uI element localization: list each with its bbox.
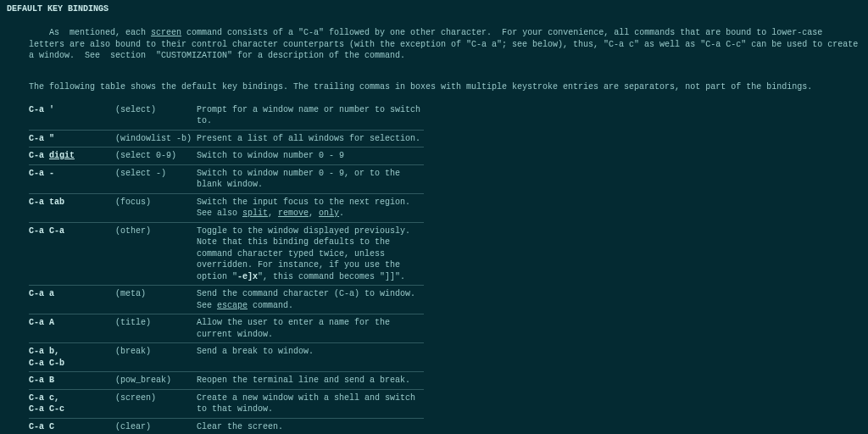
keybinding-command: (clear) bbox=[115, 418, 197, 434]
keybinding-description: Switch to window number 0 - 9, or to the… bbox=[197, 164, 424, 193]
keybinding-keys: C-a C-a bbox=[29, 222, 115, 286]
keybinding-command: (select -) bbox=[115, 164, 197, 193]
keybinding-command: (title) bbox=[115, 314, 197, 343]
keybinding-description: Reopen the terminal line and send a brea… bbox=[197, 372, 424, 390]
keybinding-command: (windowlist -b) bbox=[115, 130, 197, 147]
keybinding-description: Toggle to the window displayed previousl… bbox=[197, 222, 424, 286]
keybinding-keys: C-a C bbox=[29, 418, 115, 434]
keybinding-keys: C-a digit bbox=[29, 147, 115, 165]
table-row: C-a C(clear)Clear the screen. bbox=[29, 418, 424, 434]
keybinding-description: Switch to window number 0 - 9 bbox=[197, 147, 424, 165]
table-row: C-a "(windowlist -b)Present a list of al… bbox=[29, 130, 424, 147]
keybinding-keys: C-a tab bbox=[29, 193, 115, 222]
keybinding-description: Create a new window with a shell and swi… bbox=[197, 389, 424, 418]
table-row: C-a tab(focus)Switch the input focus to … bbox=[29, 193, 424, 222]
keybinding-description: Allow the user to enter a name for the c… bbox=[197, 314, 424, 343]
table-row: C-a B(pow_break)Reopen the terminal line… bbox=[29, 372, 424, 390]
keybinding-keys: C-a " bbox=[29, 130, 115, 147]
keybinding-keys: C-a A bbox=[29, 314, 115, 343]
keybinding-description: Switch the input focus to the next regio… bbox=[197, 193, 424, 222]
keybinding-command: (select 0-9) bbox=[115, 147, 197, 165]
keybinding-description: Send the command character (C-a) to wind… bbox=[197, 286, 424, 314]
keybinding-keys: C-a - bbox=[29, 164, 115, 193]
keybinding-keys: C-a B bbox=[29, 372, 115, 390]
intro-text-a: As mentioned, each bbox=[49, 28, 151, 37]
keybinding-description: Send a break to window. bbox=[197, 343, 424, 372]
keybinding-keys: C-a a bbox=[29, 286, 115, 314]
keybinding-description: Clear the screen. bbox=[197, 418, 424, 434]
keybinding-keys: C-a ' bbox=[29, 102, 115, 131]
keybinding-command: (pow_break) bbox=[115, 372, 197, 390]
keybinding-keys: C-a b, C-a C-b bbox=[29, 343, 115, 372]
manpage-content: DEFAULT KEY BINDINGS As mentioned, each … bbox=[0, 0, 868, 434]
intro-paragraph: As mentioned, each screen command consis… bbox=[29, 16, 861, 74]
table-row: C-a C-a(other)Toggle to the window displ… bbox=[29, 222, 424, 286]
table-row: C-a digit(select 0-9)Switch to window nu… bbox=[29, 147, 424, 165]
keybinding-command: (focus) bbox=[115, 193, 197, 222]
keybinding-command: (screen) bbox=[115, 389, 197, 418]
table-caption: The following table shows the default ke… bbox=[29, 81, 861, 93]
keybinding-command: (meta) bbox=[115, 286, 197, 314]
keybinding-command: (select) bbox=[115, 102, 197, 131]
keybindings-table: C-a '(select)Prompt for a window name or… bbox=[29, 102, 424, 435]
table-row: C-a c, C-a C-c(screen)Create a new windo… bbox=[29, 389, 424, 418]
keybinding-keys: C-a c, C-a C-c bbox=[29, 389, 115, 418]
section-heading: DEFAULT KEY BINDINGS bbox=[7, 3, 861, 15]
keybinding-description: Present a list of all windows for select… bbox=[197, 130, 424, 147]
screen-link[interactable]: screen bbox=[151, 28, 181, 37]
keybinding-command: (break) bbox=[115, 343, 197, 372]
keybinding-command: (other) bbox=[115, 222, 197, 286]
keybinding-description: Prompt for a window name or number to sw… bbox=[197, 102, 424, 131]
table-row: C-a a(meta)Send the command character (C… bbox=[29, 286, 424, 314]
table-row: C-a -(select -)Switch to window number 0… bbox=[29, 164, 424, 193]
table-row: C-a '(select)Prompt for a window name or… bbox=[29, 102, 424, 131]
table-row: C-a b, C-a C-b(break)Send a break to win… bbox=[29, 343, 424, 372]
table-row: C-a A(title)Allow the user to enter a na… bbox=[29, 314, 424, 343]
